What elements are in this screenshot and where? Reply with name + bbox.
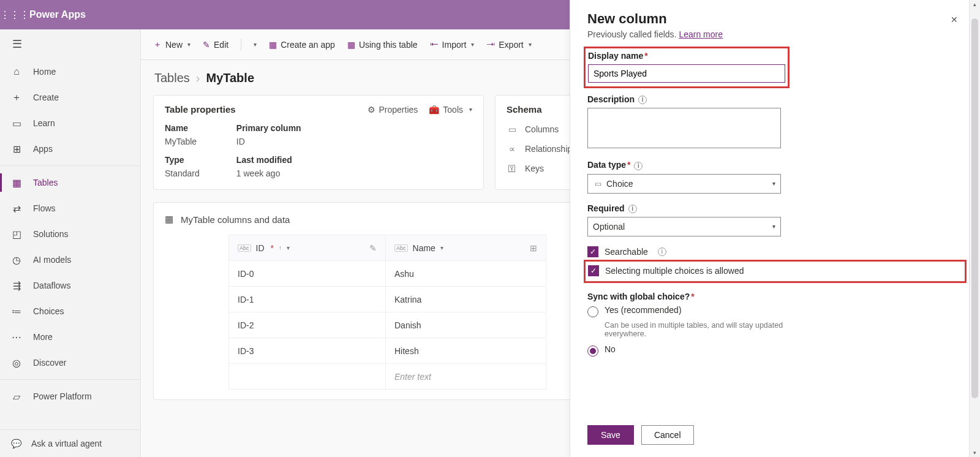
table-row[interactable]: ID-1Katrina [229, 287, 546, 312]
learn-more-link[interactable]: Learn more [679, 29, 723, 39]
display-name-input[interactable] [588, 64, 785, 83]
table-icon: ▦ [347, 40, 355, 50]
sync-yes-hint: Can be used in multiple tables, and will… [605, 321, 788, 338]
panel-title: Schema [507, 104, 542, 115]
required-select[interactable]: Optional ▾ [587, 217, 781, 236]
home-icon: ⌂ [11, 66, 22, 77]
sidebar-item-label: More [33, 332, 53, 342]
sidebar-item-label: Discover [33, 358, 66, 368]
hamburger-button[interactable]: ☰ [0, 29, 140, 59]
prop-type-label: Type [165, 155, 200, 165]
chat-icon: 💬 [11, 439, 21, 448]
using-this-table-button[interactable]: ▦Using this table [347, 40, 418, 50]
table-new-row[interactable]: Enter text [229, 364, 546, 390]
choice-icon: ▭ [593, 179, 603, 188]
sidebar-item-tables[interactable]: ▦Tables [0, 170, 140, 195]
edit-button[interactable]: ✎Edit [203, 40, 228, 50]
sidebar-item-power-platform[interactable]: ▱Power Platform [0, 383, 140, 409]
save-button[interactable]: Save [587, 425, 634, 445]
checkbox-icon: ✓ [587, 246, 598, 257]
prop-primary-label: Primary column [236, 123, 301, 133]
datatype-label: Data type*i [587, 160, 781, 170]
sidebar-item-label: Dataflows [33, 281, 70, 290]
searchable-checkbox[interactable]: ✓ Searchable i [587, 246, 963, 257]
prop-primary-value: ID [236, 137, 301, 146]
scroll-thumb[interactable] [971, 18, 978, 398]
pencil-icon[interactable]: ✎ [369, 243, 377, 253]
relation-icon: ∝ [507, 144, 518, 154]
sidebar-item-solutions[interactable]: ◰Solutions [0, 221, 140, 247]
text-type-icon: Abc [238, 244, 251, 252]
app-icon: ▦ [269, 40, 277, 50]
sidebar-item-dataflows[interactable]: ⇶Dataflows [0, 273, 140, 298]
prop-type-value: Standard [165, 168, 200, 178]
column-menu-icon[interactable]: ⊞ [530, 243, 537, 253]
datatype-select[interactable]: ▭Choice ▾ [587, 174, 781, 194]
info-icon[interactable]: i [628, 205, 637, 213]
table-row[interactable]: ID-0Ashu [229, 261, 546, 287]
gear-icon: ⚙ [368, 105, 375, 115]
scroll-up-icon[interactable]: ▴ [970, 1, 980, 7]
waffle-icon[interactable]: ⋮⋮⋮ [0, 9, 29, 21]
sidebar-item-ai-models[interactable]: ◷AI models [0, 247, 140, 273]
sidebar-item-discover[interactable]: ◎Discover [0, 350, 140, 376]
page-scrollbar[interactable]: ▴ ▾ [969, 0, 980, 457]
power-platform-icon: ▱ [11, 391, 22, 402]
prop-name-label: Name [165, 123, 200, 133]
column-header-name[interactable]: Abc Name ▾ ⊞ [386, 235, 546, 261]
info-icon[interactable]: i [634, 162, 643, 170]
table-icon: ▦ [11, 177, 22, 189]
close-button[interactable]: ✕ [946, 11, 963, 28]
sidebar-item-label: Tables [33, 178, 58, 187]
new-button[interactable]: ＋New▾ [153, 39, 190, 50]
table-row[interactable]: ID-3Hitesh [229, 338, 546, 364]
create-app-button[interactable]: ▦Create an app [269, 40, 335, 50]
sync-no-radio[interactable]: No [587, 344, 845, 357]
export-button[interactable]: ⭲Export▾ [486, 40, 531, 50]
sync-yes-radio[interactable]: Yes (recommended) [587, 305, 845, 317]
columns-icon: ▭ [507, 124, 518, 134]
plus-icon: ＋ [153, 39, 162, 50]
tools-button[interactable]: 🧰Tools▾ [429, 105, 472, 115]
checkbox-icon: ✓ [588, 265, 599, 276]
table-properties-panel: Table properties ⚙Properties 🧰Tools▾ Nam… [153, 95, 484, 190]
display-name-label: Display name* [588, 51, 785, 61]
chevron-down-icon[interactable]: ▾ [254, 41, 257, 48]
pencil-icon: ✎ [203, 40, 210, 50]
info-icon[interactable]: i [638, 96, 647, 104]
sidebar-item-create[interactable]: ＋Create [0, 85, 140, 110]
description-input[interactable] [587, 108, 781, 148]
sidebar-item-label: Power Platform [33, 391, 92, 401]
table-row[interactable]: ID-2Danish [229, 312, 546, 338]
sidebar-item-more[interactable]: ⋯More [0, 324, 140, 350]
cancel-button[interactable]: Cancel [641, 425, 694, 445]
prop-modified-value: 1 week ago [236, 168, 301, 178]
column-header-id[interactable]: Abc ID* ↑ ▾ ✎ [229, 235, 386, 261]
sidebar-item-label: Solutions [33, 229, 69, 239]
sidebar-item-choices[interactable]: ≔Choices [0, 298, 140, 324]
info-icon[interactable]: i [658, 247, 666, 256]
plus-icon: ＋ [11, 91, 22, 104]
sidebar-item-apps[interactable]: ⊞Apps [0, 136, 140, 162]
breadcrumb-leaf: MyTable [206, 71, 254, 85]
chevron-down-icon: ▾ [471, 41, 474, 48]
chevron-down-icon: ▾ [287, 244, 290, 251]
panel-title: Table properties [165, 104, 236, 115]
sidebar-item-learn[interactable]: ▭Learn [0, 110, 140, 136]
breadcrumb-root[interactable]: Tables [154, 71, 190, 85]
scroll-down-icon[interactable]: ▾ [970, 450, 980, 456]
ask-virtual-agent[interactable]: 💬Ask a virtual agent [0, 429, 140, 457]
new-column-panel: New column Previously called fields. Lea… [570, 0, 980, 457]
sync-label: Sync with global choice?* [587, 292, 845, 301]
drawer-title: New column [587, 11, 723, 27]
sidebar-item-flows[interactable]: ⇄Flows [0, 195, 140, 221]
chevron-down-icon: ▾ [187, 41, 190, 48]
prop-modified-label: Last modified [236, 155, 301, 165]
sidebar-item-label: Learn [33, 118, 55, 128]
import-button[interactable]: ⭰Import▾ [430, 40, 475, 50]
toolbox-icon: 🧰 [429, 105, 439, 115]
export-icon: ⭲ [486, 40, 495, 50]
multi-choice-checkbox[interactable]: ✓ Selecting multiple choices is allowed [588, 265, 962, 276]
sidebar-item-home[interactable]: ⌂Home [0, 59, 140, 85]
properties-button[interactable]: ⚙Properties [368, 105, 418, 115]
